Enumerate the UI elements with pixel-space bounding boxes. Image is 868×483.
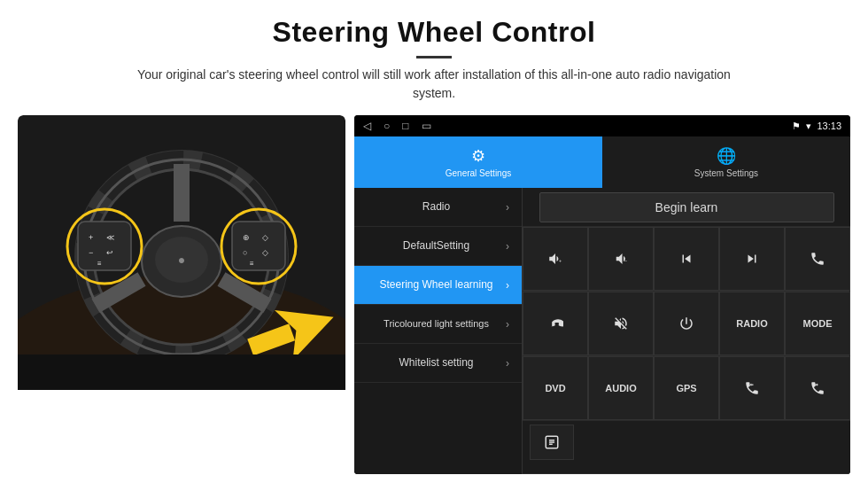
svg-text:≡: ≡ [97, 260, 102, 268]
power-icon [678, 316, 694, 331]
tab-system-label: System Settings [694, 168, 758, 178]
menu-default-label: DefaultSetting [367, 239, 506, 252]
svg-rect-28 [18, 354, 345, 390]
tab-general-label: General Settings [446, 168, 512, 178]
next-track-button[interactable] [719, 227, 785, 291]
svg-text:≪: ≪ [106, 233, 114, 242]
prev-track-button[interactable] [654, 227, 719, 291]
main-content: ● + ≪ − ↩ ≡ ⊕ ◇ ○ ◇ ≡ [0, 108, 868, 483]
system-settings-icon: 🌐 [717, 146, 736, 166]
hang-up-button[interactable] [523, 292, 588, 355]
begin-learn-row: Begin learn [523, 188, 850, 227]
radio-label: RADIO [736, 318, 767, 329]
mode-btn[interactable]: MODE [785, 292, 850, 355]
header: Steering Wheel Control Your original car… [0, 0, 868, 108]
button-row-3: DVD AUDIO GPS [523, 356, 850, 421]
svg-rect-18 [232, 222, 285, 270]
svg-text:≡: ≡ [250, 260, 254, 268]
left-menu: Radio › DefaultSetting › Steering Wheel … [354, 188, 523, 474]
radio-btn[interactable]: RADIO [719, 292, 785, 355]
svg-text:−: − [624, 258, 628, 263]
dvd-label: DVD [545, 383, 565, 393]
phone-next-btn[interactable] [785, 356, 850, 420]
back-icon[interactable]: ◁ [363, 120, 371, 132]
menu-steering-label: Steering Wheel learning [367, 278, 506, 291]
gps-btn[interactable]: GPS [654, 356, 719, 420]
svg-text:◇: ◇ [262, 248, 268, 257]
audio-label: AUDIO [605, 383, 636, 393]
tab-system-settings[interactable]: 🌐 System Settings [602, 136, 850, 188]
recent-icon[interactable]: □ [402, 120, 408, 132]
location-icon: ⚑ [792, 121, 801, 132]
menu-item-steering-wheel[interactable]: Steering Wheel learning › [354, 266, 522, 305]
gps-label: GPS [676, 383, 696, 393]
button-row-4 [523, 421, 850, 474]
menu-radio-label: Radio [367, 200, 506, 213]
whitelist-icon [544, 434, 560, 450]
svg-text:−: − [89, 248, 93, 257]
mute-button[interactable] [588, 292, 654, 355]
home-icon[interactable]: ○ [384, 120, 390, 132]
menu-whitelist-label: Whitelist setting [367, 356, 506, 369]
nav-icons: ◁ ○ □ ▭ [363, 120, 431, 132]
status-icons: ⚑ ▾ 13:13 [792, 121, 841, 132]
default-chevron-icon: › [506, 240, 509, 253]
phone-button[interactable] [785, 227, 850, 291]
audio-btn[interactable]: AUDIO [588, 356, 654, 420]
vol-down-button[interactable]: − [588, 227, 654, 291]
right-panel: Begin learn + − [523, 188, 850, 474]
svg-text:○: ○ [243, 248, 247, 257]
tab-bar: ⚙ General Settings 🌐 System Settings [354, 136, 850, 188]
menu-item-tricoloured[interactable]: Tricoloured light settings › [354, 305, 522, 344]
svg-text:+: + [559, 258, 562, 263]
wifi-icon: ▾ [806, 121, 811, 132]
prev-track-icon [678, 251, 694, 267]
button-row-2: RADIO MODE [523, 292, 850, 356]
begin-learn-button[interactable]: Begin learn [539, 192, 834, 222]
svg-text:⊕: ⊕ [243, 233, 250, 242]
mode-label: MODE [803, 318, 833, 329]
svg-text:●: ● [178, 253, 185, 267]
content-area: Radio › DefaultSetting › Steering Wheel … [354, 188, 850, 474]
steering-chevron-icon: › [506, 279, 509, 292]
phone-icon [810, 251, 825, 267]
whitelist-chevron-icon: › [506, 357, 509, 370]
general-settings-icon: ⚙ [471, 146, 485, 166]
next-track-icon [744, 251, 760, 267]
steering-wheel-section: ● + ≪ − ↩ ≡ ⊕ ◇ ○ ◇ ≡ [18, 115, 345, 474]
vol-down-icon: − [613, 251, 629, 267]
header-divider [416, 56, 452, 58]
menu-item-radio[interactable]: Radio › [354, 188, 522, 227]
header-subtitle: Your original car's steering wheel contr… [124, 66, 744, 103]
radio-chevron-icon: › [506, 201, 509, 214]
button-row-1: + − [523, 227, 850, 292]
svg-rect-12 [78, 222, 131, 270]
phone-next-icon [810, 380, 825, 396]
svg-text:↩: ↩ [106, 248, 113, 257]
hang-up-icon [547, 316, 563, 331]
phone-prev-icon [744, 380, 760, 396]
vol-up-icon: + [547, 251, 563, 267]
power-button[interactable] [654, 292, 719, 355]
page-wrapper: Steering Wheel Control Your original car… [0, 0, 868, 483]
android-ui: ◁ ○ □ ▭ ⚑ ▾ 13:13 ⚙ General Settings [354, 115, 850, 474]
vol-up-button[interactable]: + [523, 227, 588, 291]
svg-text:+: + [89, 233, 93, 242]
clock: 13:13 [817, 121, 841, 131]
tab-general-settings[interactable]: ⚙ General Settings [354, 136, 602, 188]
mute-icon [613, 316, 629, 331]
dvd-btn[interactable]: DVD [523, 356, 588, 420]
menu-item-default-setting[interactable]: DefaultSetting › [354, 227, 522, 266]
tricoloured-chevron-icon: › [506, 318, 509, 331]
svg-text:◇: ◇ [262, 233, 268, 242]
page-title: Steering Wheel Control [35, 16, 833, 49]
menu-item-whitelist[interactable]: Whitelist setting › [354, 344, 522, 383]
whitelist-icon-btn[interactable] [530, 425, 574, 460]
menu-tricoloured-label: Tricoloured light settings [367, 318, 506, 330]
steering-wheel-image: ● + ≪ − ↩ ≡ ⊕ ◇ ○ ◇ ≡ [18, 115, 345, 390]
phone-prev-btn[interactable] [719, 356, 785, 420]
menu-icon[interactable]: ▭ [422, 120, 431, 132]
status-bar: ◁ ○ □ ▭ ⚑ ▾ 13:13 [354, 115, 850, 136]
